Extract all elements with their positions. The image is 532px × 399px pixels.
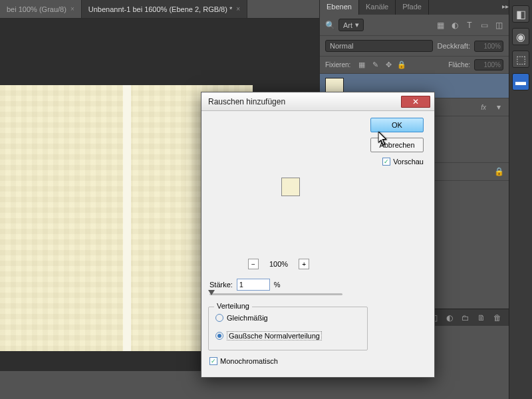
ok-button[interactable]: OK bbox=[370, 118, 424, 132]
radio-uniform-label: Gleichmäßig bbox=[227, 314, 268, 322]
distribution-legend: Verteilung bbox=[214, 302, 252, 310]
tab-label: bei 100% (Grau/8) bbox=[7, 5, 66, 13]
zoom-percent: 100% bbox=[269, 260, 288, 268]
close-icon[interactable]: × bbox=[70, 5, 74, 13]
lock-transparency-icon[interactable]: ▦ bbox=[357, 61, 366, 70]
tab-channels[interactable]: Kanäle bbox=[359, 0, 396, 15]
preview-checkbox[interactable]: ✓ bbox=[382, 158, 390, 166]
cancel-button[interactable]: Abbrechen bbox=[370, 138, 424, 152]
radio-gaussian[interactable] bbox=[215, 332, 223, 340]
opacity-label: Deckkraft: bbox=[437, 42, 470, 50]
dialog-titlebar[interactable]: Rauschen hinzufügen ✕ bbox=[201, 92, 434, 111]
dialog-title: Rauschen hinzufügen bbox=[208, 97, 285, 106]
zoom-in-button[interactable]: + bbox=[299, 259, 309, 269]
filter-pixel-icon[interactable]: ▦ bbox=[436, 21, 445, 30]
lock-all-icon[interactable]: 🔒 bbox=[397, 61, 406, 70]
fill-input[interactable]: 100% bbox=[474, 59, 503, 70]
chevron-down-icon[interactable]: ▾ bbox=[494, 102, 503, 112]
opacity-input[interactable]: 100% bbox=[474, 41, 503, 52]
right-dock: ◧ ◉ ⬚ ▬ bbox=[509, 0, 532, 399]
close-icon[interactable]: × bbox=[236, 5, 240, 13]
tab-layers[interactable]: Ebenen bbox=[320, 0, 359, 15]
blend-mode-dropdown[interactable]: Normal bbox=[325, 40, 433, 52]
tab-paths[interactable]: Pfade bbox=[396, 0, 429, 15]
preview-label: Vorschau bbox=[393, 158, 424, 166]
filter-type-icon[interactable]: T bbox=[465, 21, 474, 30]
zoom-out-button[interactable]: − bbox=[248, 259, 259, 269]
strength-label: Stärke: bbox=[209, 281, 233, 289]
radio-gaussian-label: Gaußsche Normalverteilung bbox=[227, 331, 322, 340]
distribution-fieldset: Verteilung Gleichmäßig Gaußsche Normalve… bbox=[208, 307, 368, 350]
tab-label: Unbenannt-1 bei 1600% (Ebene 2, RGB/8) * bbox=[88, 5, 232, 13]
add-noise-dialog: Rauschen hinzufügen ✕ OK Abbrechen ✓ Vor… bbox=[201, 92, 435, 378]
radio-uniform[interactable] bbox=[215, 314, 223, 322]
filter-smart-icon[interactable]: ◫ bbox=[494, 21, 503, 30]
monochrome-checkbox[interactable]: ✓ bbox=[209, 357, 217, 365]
lock-icon: 🔒 bbox=[494, 167, 503, 176]
slider-thumb-icon[interactable] bbox=[208, 290, 215, 295]
lock-position-icon[interactable]: ✥ bbox=[384, 61, 393, 70]
lock-label: Fixieren: bbox=[325, 61, 350, 68]
dock-history-icon[interactable]: ▬ bbox=[512, 73, 529, 90]
monochrome-label: Monochromatisch bbox=[220, 357, 278, 365]
document-tab-1[interactable]: Unbenannt-1 bei 1600% (Ebene 2, RGB/8) *… bbox=[82, 0, 247, 18]
search-icon: 🔍 bbox=[325, 21, 334, 30]
dock-color-icon[interactable]: ◉ bbox=[512, 28, 529, 45]
fill-label: Fläche: bbox=[448, 61, 470, 68]
dock-adjust-icon[interactable]: ⬚ bbox=[512, 51, 529, 68]
layer-filter-kind-dropdown[interactable]: Art▾ bbox=[338, 19, 364, 31]
chevron-down-icon: ▾ bbox=[355, 21, 359, 29]
strength-input[interactable] bbox=[237, 279, 270, 291]
document-tab-0[interactable]: bei 100% (Grau/8) × bbox=[0, 0, 82, 18]
fx-badge[interactable]: fx bbox=[481, 104, 486, 111]
strength-slider[interactable] bbox=[209, 293, 342, 295]
dock-layers-icon[interactable]: ◧ bbox=[512, 5, 529, 23]
group-icon[interactable]: 🗀 bbox=[461, 313, 470, 323]
close-button[interactable]: ✕ bbox=[401, 96, 430, 108]
lock-pixels-icon[interactable]: ✎ bbox=[370, 61, 380, 70]
new-layer-icon[interactable]: 🗎 bbox=[477, 313, 486, 323]
filter-adjust-icon[interactable]: ◐ bbox=[450, 21, 460, 30]
preview-thumbnail bbox=[281, 178, 300, 196]
adjfill-icon[interactable]: ◐ bbox=[445, 313, 454, 323]
trash-icon[interactable]: 🗑 bbox=[493, 313, 502, 323]
strength-unit: % bbox=[274, 281, 281, 289]
panel-collapse-icon[interactable]: ▸▸ bbox=[502, 3, 509, 10]
filter-shape-icon[interactable]: ▭ bbox=[479, 21, 489, 30]
